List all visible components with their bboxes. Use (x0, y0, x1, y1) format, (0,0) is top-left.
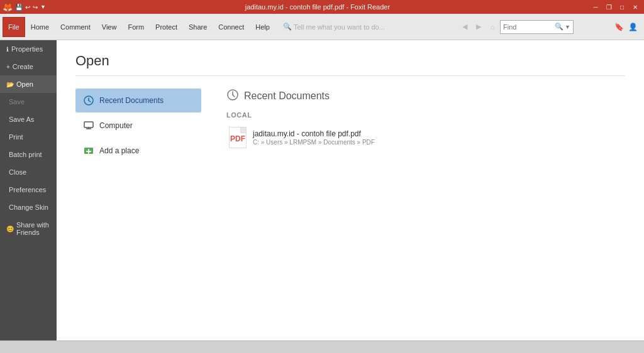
nav-next-icon[interactable]: ▶ (472, 21, 485, 33)
sidebar-label-open: Open (16, 80, 33, 88)
tab-share[interactable]: Share (183, 17, 213, 37)
recent-docs-header-icon (226, 89, 239, 104)
nav-home-icon[interactable]: ⌂ (486, 21, 499, 33)
recent-docs-option-icon (83, 95, 94, 106)
nav-prev-icon[interactable]: ◀ (458, 21, 471, 33)
pdf-icon-inner: PDF (230, 134, 245, 143)
left-panel: Recent Documents Computer (75, 89, 201, 164)
tab-connect[interactable]: Connect (213, 17, 250, 37)
tab-view[interactable]: View (96, 17, 123, 37)
sidebar-label-preferences: Preferences (9, 186, 46, 193)
option-computer-label: Computer (99, 121, 133, 130)
sidebar-label-sharewithfriends: Share with Friends (16, 221, 50, 236)
sidebar-label-create: Create (13, 63, 33, 70)
sidebar-label-save: Save (9, 98, 25, 106)
right-panel: Recent Documents Local PDF jaditau.my.id… (226, 89, 625, 164)
computer-option-icon (83, 120, 94, 131)
svg-line-11 (233, 95, 235, 97)
sidebar-item-sharewithfriends[interactable]: 😊 Share with Friends (0, 216, 57, 241)
find-box: 🔍 ▼ (500, 20, 574, 34)
sidebar: ℹ Properties + Create 📂 Open Save Save A… (0, 40, 57, 340)
sidebar-item-print[interactable]: Print (0, 128, 57, 146)
sidebar-item-changeskin[interactable]: Change Skin (0, 198, 57, 216)
maximize-button[interactable]: □ (616, 2, 628, 12)
main-layout: ℹ Properties + Create 📂 Open Save Save A… (0, 40, 644, 340)
ribbon-toolbar: File Home Comment View Form Protect Shar… (0, 14, 644, 40)
document-icon: PDF (229, 127, 247, 148)
titlebar-title: jaditau.my.id - contoh file pdf.pdf - Fo… (46, 3, 589, 11)
sidebar-item-save[interactable]: Save (0, 93, 57, 111)
page-title: Open (75, 53, 625, 76)
quick-save-icon[interactable]: 💾 (15, 4, 23, 11)
sidebar-label-properties: Properties (11, 45, 43, 53)
search-icon: 🔍 (283, 23, 292, 31)
undo-icon[interactable]: ↩ (25, 4, 30, 11)
local-label: Local (226, 111, 625, 119)
sidebar-item-open[interactable]: 📂 Open (0, 75, 57, 93)
sidebar-item-close[interactable]: Close (0, 163, 57, 181)
option-recent-documents[interactable]: Recent Documents (75, 89, 201, 112)
user-icon[interactable]: 👤 (626, 21, 639, 33)
sidebar-label-saveas: Save As (9, 116, 34, 123)
create-icon: + (6, 63, 10, 70)
ribbon-tabs: File Home Comment View Form Protect Shar… (3, 17, 275, 37)
statusbar (0, 340, 644, 353)
svg-line-2 (89, 100, 91, 102)
sidebar-item-properties[interactable]: ℹ Properties (0, 40, 57, 58)
option-recent-docs-label: Recent Documents (99, 96, 164, 105)
sidebar-label-print: Print (9, 133, 23, 141)
find-dropdown-icon[interactable]: ▼ (565, 24, 570, 30)
dropdown-icon[interactable]: ▼ (40, 4, 46, 10)
redo-icon[interactable]: ↪ (33, 4, 38, 11)
search-label: Tell me what you want to do... (294, 23, 385, 31)
panel-columns: Recent Documents Computer (75, 89, 625, 164)
document-path: C: » Users » LRMPSM » Documents » PDF (253, 139, 375, 146)
option-add-place[interactable]: Add a place (75, 139, 201, 163)
open-icon: 📂 (6, 81, 14, 88)
sidebar-item-preferences[interactable]: Preferences (0, 181, 57, 198)
tab-comment[interactable]: Comment (55, 17, 96, 37)
tab-home[interactable]: Home (25, 17, 55, 37)
find-input[interactable] (503, 23, 553, 31)
document-item[interactable]: PDF jaditau.my.id - contoh file pdf.pdf … (226, 124, 625, 151)
recent-docs-header: Recent Documents (226, 89, 625, 104)
tab-protect[interactable]: Protect (150, 17, 183, 37)
close-button[interactable]: ✕ (629, 2, 641, 12)
sidebar-item-batchprint[interactable]: Batch print (0, 146, 57, 163)
find-search-icon[interactable]: 🔍 (555, 23, 564, 31)
titlebar-left: 🦊 💾 ↩ ↪ ▼ (3, 3, 46, 12)
share-icon: 😊 (6, 225, 14, 232)
recent-docs-title: Recent Documents (244, 90, 330, 102)
titlebar-controls: ─ ❐ □ ✕ (589, 2, 641, 12)
option-add-place-label: Add a place (99, 146, 139, 155)
document-name: jaditau.my.id - contoh file pdf.pdf (253, 129, 375, 138)
app-icon: 🦊 (3, 3, 13, 12)
svg-rect-3 (84, 122, 93, 128)
option-computer[interactable]: Computer (75, 114, 201, 138)
bookmark-icon[interactable]: 🔖 (613, 21, 625, 33)
tab-help[interactable]: Help (250, 17, 275, 37)
sidebar-label-close: Close (9, 168, 26, 176)
titlebar: 🦊 💾 ↩ ↪ ▼ jaditau.my.id - contoh file pd… (0, 0, 644, 14)
tab-file[interactable]: File (3, 17, 25, 37)
add-place-option-icon (83, 145, 94, 156)
sidebar-label-batchprint: Batch print (9, 151, 42, 158)
sidebar-item-saveas[interactable]: Save As (0, 111, 57, 128)
document-info: jaditau.my.id - contoh file pdf.pdf C: »… (253, 129, 375, 146)
sidebar-item-create[interactable]: + Create (0, 58, 57, 75)
minimize-button[interactable]: ─ (589, 2, 602, 12)
sidebar-label-changeskin: Change Skin (9, 204, 48, 211)
tab-form[interactable]: Form (122, 17, 150, 37)
open-panel-content: Open Recent Documents (57, 40, 644, 340)
restore-button[interactable]: ❐ (602, 2, 615, 12)
properties-icon: ℹ (6, 46, 9, 53)
